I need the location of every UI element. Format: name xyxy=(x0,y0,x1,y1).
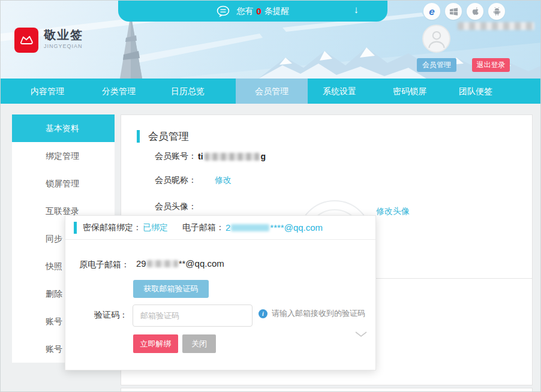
person-icon xyxy=(425,27,449,51)
dialog-body: 原电子邮箱： 29 **@qq.com 获取邮箱验证码 验证码： i 请输入邮箱… xyxy=(65,240,375,370)
account-prefix: ti xyxy=(198,152,203,161)
tab-calendar-overview[interactable]: 日历总览 xyxy=(152,79,224,104)
down-arrow-icon[interactable]: ↓ xyxy=(354,4,359,16)
email-bind-label: 密保邮箱绑定： xyxy=(83,222,142,233)
avatar xyxy=(422,25,450,53)
email-label: 电子邮箱： xyxy=(182,222,224,233)
next-section-panel xyxy=(121,388,533,392)
get-code-button[interactable]: 获取邮箱验证码 xyxy=(133,280,209,298)
avatar-row: 会员头像： xyxy=(155,201,197,212)
tab-team-notes[interactable]: 团队便签 xyxy=(440,79,512,104)
page: 敬业签 JINGYEQIAN 您有 0 条提醒 ↓ e xyxy=(0,0,541,392)
close-button[interactable]: 关闭 xyxy=(182,334,216,353)
nickname-row: 会员昵称： 修改 xyxy=(155,175,232,186)
account-label: 会员账号： xyxy=(155,151,197,162)
apple-icon[interactable] xyxy=(467,3,483,20)
page-title: 会员管理 xyxy=(148,129,189,143)
chevron-down-icon[interactable] xyxy=(354,331,368,337)
bound-email-value: 2 ****@qq.com xyxy=(226,222,323,233)
ie-browser-icon[interactable]: e xyxy=(423,3,440,20)
sidebar-item-binding[interactable]: 绑定管理 xyxy=(12,142,115,170)
email-prefix: 2 xyxy=(226,222,230,233)
tab-member-manage[interactable]: 会员管理 xyxy=(236,79,308,104)
email-suffix: ****@qq.com xyxy=(270,222,323,233)
email-unbind-dialog: 密保邮箱绑定： 已绑定 电子邮箱： 2 ****@qq.com 原电子邮箱： 2… xyxy=(65,215,376,370)
email-bind-status: 已绑定 xyxy=(143,222,168,233)
email-redacted xyxy=(231,224,269,231)
sidebar-item-lockscreen[interactable]: 锁屏管理 xyxy=(12,170,115,197)
notification-count: 0 xyxy=(256,6,261,16)
app-logo: 敬业签 JINGYEQIAN xyxy=(14,28,83,53)
code-input[interactable] xyxy=(133,304,253,327)
main-nav: 内容管理 分类管理 日历总览 会员管理 系统设置 密码锁屏 团队便签 xyxy=(1,79,541,104)
avatar-label: 会员头像： xyxy=(155,201,197,212)
logout-button[interactable]: 退出登录 xyxy=(472,58,510,72)
member-manage-button[interactable]: 会员管理 xyxy=(417,58,456,72)
unbind-button[interactable]: 立即解绑 xyxy=(133,334,178,353)
account-redacted xyxy=(205,153,260,161)
logo-icon xyxy=(14,28,38,53)
tab-system-settings[interactable]: 系统设置 xyxy=(303,79,375,104)
account-row: 会员账号： ti g xyxy=(155,151,266,162)
windows-icon[interactable] xyxy=(445,3,462,20)
code-hint: i 请输入邮箱接收到的验证码 xyxy=(259,308,365,319)
old-email-prefix: 29 xyxy=(136,258,146,269)
platform-icons: e xyxy=(423,3,505,20)
nickname-edit-link[interactable]: 修改 xyxy=(215,175,232,186)
brand-name: 敬业签 xyxy=(44,28,83,42)
info-icon: i xyxy=(259,309,268,318)
sidebar-item-basic-info[interactable]: 基本资料 xyxy=(12,114,115,142)
section-accent-bar xyxy=(137,130,140,143)
old-email-value: 29 **@qq.com xyxy=(136,258,224,269)
old-email-redacted xyxy=(147,260,178,267)
old-email-suffix: **@qq.com xyxy=(179,258,224,269)
username-redacted xyxy=(458,22,534,30)
code-hint-text: 请输入邮箱接收到的验证码 xyxy=(272,308,365,319)
dialog-header: 密保邮箱绑定： 已绑定 电子邮箱： 2 ****@qq.com xyxy=(65,216,375,240)
account-suffix: g xyxy=(261,152,266,161)
dialog-accent-bar xyxy=(74,222,77,234)
header-banner: 敬业签 JINGYEQIAN 您有 0 条提醒 ↓ e xyxy=(1,1,541,79)
notification-text-suffix: 条提醒 xyxy=(265,6,290,17)
notification-bar[interactable]: 您有 0 条提醒 ↓ xyxy=(118,1,387,22)
message-bubble-icon xyxy=(216,5,230,17)
tab-password-lock[interactable]: 密码锁屏 xyxy=(374,79,446,104)
brand-subtitle: JINGYEQIAN xyxy=(44,43,83,49)
tab-content-manage[interactable]: 内容管理 xyxy=(11,79,83,104)
notification-text-prefix: 您有 xyxy=(236,6,253,17)
code-label: 验证码： xyxy=(94,310,128,321)
android-icon[interactable] xyxy=(488,3,505,20)
nickname-label: 会员昵称： xyxy=(155,175,197,186)
old-email-label: 原电子邮箱： xyxy=(79,260,130,270)
avatar-edit-link[interactable]: 修改头像 xyxy=(376,206,410,217)
tab-category-manage[interactable]: 分类管理 xyxy=(83,79,155,104)
